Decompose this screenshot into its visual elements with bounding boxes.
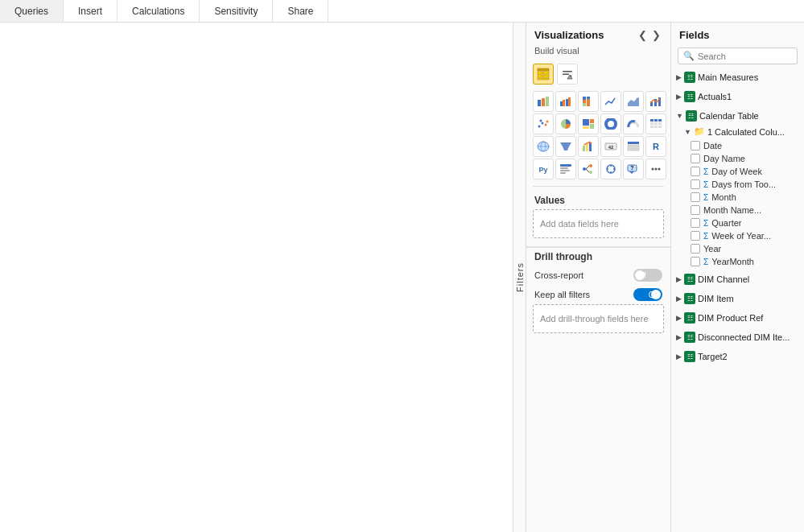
field-item-yearmonth[interactable]: Σ YearMonth xyxy=(671,255,804,268)
svg-rect-4 xyxy=(543,75,549,77)
keep-filters-track[interactable]: On xyxy=(633,288,662,301)
fields-search-box[interactable]: 🔍 xyxy=(678,47,798,64)
field-name-day-of-week: Day of Week xyxy=(711,167,762,176)
viz-kpi[interactable] xyxy=(578,136,599,157)
search-icon: 🔍 xyxy=(683,51,695,61)
tab-sensitivity[interactable]: Sensitivity xyxy=(200,0,273,22)
viz-pie[interactable] xyxy=(555,113,576,134)
viz-expand-button[interactable]: ❯ xyxy=(650,29,662,41)
viz-area[interactable] xyxy=(623,91,644,112)
viz-r-visual[interactable]: R xyxy=(645,136,666,157)
svg-rect-11 xyxy=(542,98,545,106)
keep-filters-row: Keep all filters On xyxy=(526,285,670,304)
visualizations-panel: Visualizations ❮ ❯ Build visual xyxy=(526,23,671,532)
viz-gauge[interactable] xyxy=(623,113,644,134)
filters-panel[interactable]: Filters xyxy=(513,23,526,532)
viz-donut[interactable] xyxy=(600,113,621,134)
field-group-header-main-measures[interactable]: ▶ ☷ Main Measures xyxy=(671,69,804,85)
field-group-header-dim-product-ref[interactable]: ▶ ☷ DIM Product Ref xyxy=(671,310,804,326)
field-item-date[interactable]: Date xyxy=(671,139,804,152)
checkbox-year[interactable] xyxy=(691,244,700,254)
field-item-quarter[interactable]: Σ Quarter xyxy=(671,217,804,229)
viz-clustered-bar[interactable] xyxy=(555,91,576,112)
field-item-day-name[interactable]: Day Name xyxy=(671,152,804,165)
viz-qa[interactable]: ? xyxy=(623,159,644,179)
viz-format-button[interactable] xyxy=(557,64,578,85)
checkbox-month[interactable] xyxy=(691,192,700,202)
viz-icon-grid: 42 R Py ? xyxy=(526,88,670,183)
svg-text:?: ? xyxy=(630,165,633,171)
build-visual-label: Build visual xyxy=(526,44,670,60)
checkbox-yearmonth[interactable] xyxy=(691,257,700,266)
viz-funnel[interactable] xyxy=(555,136,576,157)
viz-line-bar[interactable] xyxy=(645,91,666,112)
viz-type-table-selected[interactable] xyxy=(533,64,554,85)
cross-report-track[interactable]: Off xyxy=(633,269,662,282)
field-item-month[interactable]: Σ Month xyxy=(671,191,804,204)
field-group-main-measures: ▶ ☷ Main Measures xyxy=(671,68,804,87)
viz-stacked-bar[interactable] xyxy=(533,91,554,112)
field-item-week-of-year[interactable]: Σ Week of Year... xyxy=(671,229,804,242)
checkbox-quarter[interactable] xyxy=(691,218,700,228)
checkbox-day-of-week[interactable] xyxy=(691,167,700,176)
viz-python[interactable]: Py xyxy=(533,159,554,179)
tab-queries[interactable]: Queries xyxy=(0,0,64,22)
svg-marker-50 xyxy=(560,142,571,151)
viz-collapse-button[interactable]: ❮ xyxy=(637,29,649,41)
svg-rect-39 xyxy=(654,119,658,122)
field-group-header-dim-channel[interactable]: ▶ ☷ DIM Channel xyxy=(671,271,804,287)
tab-calculations[interactable]: Calculations xyxy=(118,0,200,22)
values-drop-zone[interactable]: Add data fields here xyxy=(533,209,664,238)
field-group-dim-channel: ▶ ☷ DIM Channel xyxy=(671,270,804,289)
svg-point-29 xyxy=(545,124,547,126)
field-item-month-name[interactable]: Month Name... xyxy=(671,204,804,217)
field-group-header-actuals1[interactable]: ▶ ☷ Actuals1 xyxy=(671,89,804,105)
viz-scatter[interactable] xyxy=(533,113,554,134)
keep-filters-toggle[interactable]: On xyxy=(633,288,662,301)
tab-insert[interactable]: Insert xyxy=(64,0,118,22)
checkbox-day-name[interactable] xyxy=(691,154,700,163)
svg-rect-40 xyxy=(658,119,662,122)
cross-report-toggle[interactable]: Off xyxy=(633,269,662,282)
field-name-yearmonth: YearMonth xyxy=(711,257,754,266)
viz-100-bar[interactable] xyxy=(578,91,599,112)
viz-matrix[interactable] xyxy=(645,113,666,134)
viz-decomposition-tree[interactable] xyxy=(578,159,599,179)
checkbox-month-name[interactable] xyxy=(691,205,700,215)
cross-report-state: Off xyxy=(637,271,646,279)
field-group-header-target2[interactable]: ▶ ☷ Target2 xyxy=(671,348,804,365)
field-name-days-from: Days from Too... xyxy=(711,179,776,189)
svg-rect-0 xyxy=(538,68,549,71)
viz-key-influencers[interactable] xyxy=(600,159,621,179)
search-input[interactable] xyxy=(698,52,792,61)
field-item-days-from[interactable]: Σ Days from Too... xyxy=(671,178,804,191)
field-item-day-of-week[interactable]: Σ Day of Week xyxy=(671,165,804,178)
viz-map[interactable] xyxy=(533,136,554,157)
chevron-dim-item: ▶ xyxy=(676,295,682,303)
viz-smart-narrative[interactable] xyxy=(555,159,576,179)
tab-share[interactable]: Share xyxy=(273,0,328,22)
field-group-header-calendar[interactable]: ▼ ☷ Calendar Table xyxy=(671,108,804,124)
group-label-target2: Target2 xyxy=(698,352,728,361)
viz-card[interactable]: 42 xyxy=(600,136,621,157)
checkbox-days-from[interactable] xyxy=(691,179,700,189)
viz-more[interactable] xyxy=(645,159,666,179)
fields-header: Fields xyxy=(671,23,804,44)
viz-treemap[interactable] xyxy=(578,113,599,134)
svg-line-71 xyxy=(586,166,589,169)
sigma-yearmonth: Σ xyxy=(703,258,708,266)
field-item-year[interactable]: Year xyxy=(671,242,804,255)
subgroup-calculated-col[interactable]: ▼ 📁 1 Calculated Colu... xyxy=(671,124,804,139)
viz-line[interactable] xyxy=(600,91,621,112)
chevron-calendar: ▼ xyxy=(676,112,683,120)
canvas-area xyxy=(0,23,513,532)
drill-drop-zone[interactable]: Add drill-through fields here xyxy=(533,304,664,333)
table-icon-target2: ☷ xyxy=(684,351,695,362)
field-group-header-dim-item[interactable]: ▶ ☷ DIM Item xyxy=(671,291,804,307)
checkbox-date[interactable] xyxy=(691,141,700,151)
viz-type-row xyxy=(526,60,670,88)
field-group-header-disconnected[interactable]: ▶ ☷ Disconnected DIM Ite... xyxy=(671,329,804,345)
viz-table[interactable] xyxy=(623,136,644,157)
svg-point-82 xyxy=(655,168,658,171)
checkbox-week-of-year[interactable] xyxy=(691,231,700,241)
